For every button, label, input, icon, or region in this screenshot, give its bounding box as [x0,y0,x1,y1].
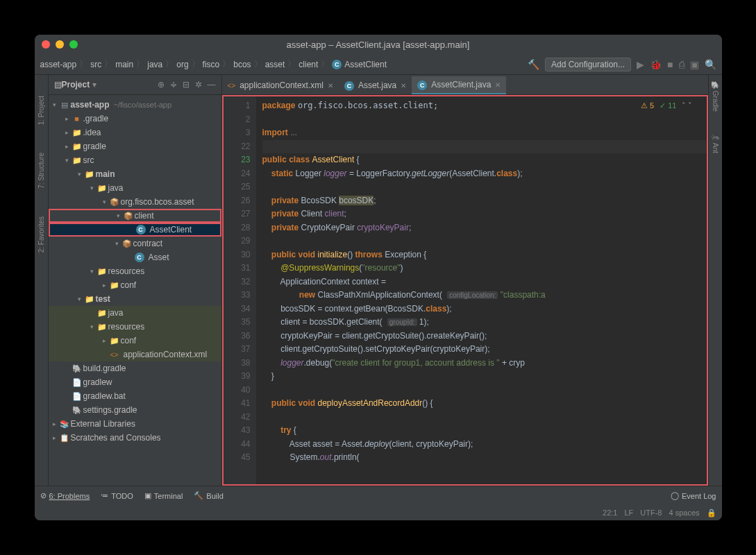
ide-window: asset-app – AssetClient.java [asset-app.… [35,35,722,520]
tree-item[interactable]: ▾📁test [49,292,221,306]
project-tree[interactable]: ▾▤asset-app~/fisco/asset-app ▸■.gradle ▸… [49,95,221,486]
tree-item[interactable]: ▾📁resources [49,264,221,278]
project-panel-header: ▤ Project ▾ ⊕ ≑ ⊟ ✲ — [49,75,221,95]
left-tool-strip: 1: Project 7: Structure 2: Favorites [35,75,49,486]
build-tab[interactable]: 🔨 Build [194,491,223,500]
line-sep[interactable]: LF [624,509,633,517]
stop-icon[interactable]: ■ [667,59,673,70]
caret-position[interactable]: 22:1 [603,509,617,517]
tree-item[interactable]: ▸📁gradle [49,139,221,153]
tree-item[interactable]: ▾📁resources [49,320,221,334]
close-tab-icon[interactable]: ✕ [328,82,333,89]
gradle-tab[interactable]: 🐘 Gradle [712,80,719,112]
tree-item[interactable]: ▸📚External Libraries [49,417,221,431]
crumb[interactable]: asset [265,60,285,69]
status-tool-tabs: ⊘ 6: Problems ≔ TODO ▣ Terminal 🔨 Build … [35,486,722,505]
class-icon [332,59,342,69]
tree-item[interactable]: 📁java [49,306,221,320]
crumb[interactable]: AssetClient [344,60,387,69]
git-icon[interactable]: ⎙ [679,59,684,70]
tree-item[interactable]: ▾📁java [49,181,221,195]
java-icon [344,80,354,91]
tree-item[interactable]: applicationContext.xml [49,348,221,361]
add-configuration-button[interactable]: Add Configuration... [545,58,631,71]
tree-item[interactable]: ▾📦contract [49,237,221,250]
navigation-bar: asset-app〉 src〉 main〉 java〉 org〉 fisco〉 … [35,54,722,75]
close-tab-icon[interactable]: ✕ [495,81,501,89]
tree-item[interactable]: 🐘build.gradle [49,361,221,375]
tree-item-client-pkg[interactable]: ▾📦client [49,209,221,223]
traffic-lights [42,40,78,49]
tree-item[interactable]: ▸📁conf [49,278,221,292]
status-info: 22:1 LF UTF-8 4 spaces 🔒 [35,505,722,520]
expand-icon[interactable]: ≑ [170,80,177,89]
editor-area: applicationContext.xml✕ Asset.java✕ Asse… [222,75,708,486]
project-view-icon: ▤ [54,80,62,89]
tree-item[interactable]: ▾📁src [49,153,221,167]
ant-tab[interactable]: 🐜 Ant [712,133,719,153]
indent[interactable]: 4 spaces [669,509,699,517]
favorites-tab[interactable]: 2: Favorites [37,216,45,253]
editor-tab-active[interactable]: AssetClient.java✕ [412,76,506,94]
right-tool-strip: 🐘 Gradle 🐜 Ant [708,75,722,486]
titlebar: asset-app – AssetClient.java [asset-app.… [35,35,722,54]
close-tab-icon[interactable]: ✕ [401,82,406,89]
crumb[interactable]: main [115,60,133,69]
todo-tab[interactable]: ≔ TODO [101,491,133,500]
main-area: 1: Project 7: Structure 2: Favorites ▤ P… [35,75,722,486]
tree-item[interactable]: ▾📦org.fisco.bcos.asset [49,195,221,209]
editor-tab[interactable]: applicationContext.xml✕ [222,76,339,94]
encoding[interactable]: UTF-8 [640,509,662,517]
code-editor[interactable]: 1232223242526272829303132333435363738394… [222,95,708,486]
tree-item[interactable]: ▸📁conf [49,334,221,348]
crumb[interactable]: bcos [233,60,251,69]
tree-item[interactable]: Asset [49,250,221,264]
tree-item[interactable]: ▸📁.idea [49,126,221,139]
status-bar: ⊘ 6: Problems ≔ TODO ▣ Terminal 🔨 Build … [35,486,722,520]
lock-icon[interactable]: 🔒 [707,509,716,518]
tree-item[interactable]: 📄gradlew [49,375,221,389]
search-icon[interactable]: 🔍 [705,59,716,70]
project-tool-window: ▤ Project ▾ ⊕ ≑ ⊟ ✲ — ▾▤asset-app~/fisco… [49,75,222,486]
debug-icon[interactable]: 🐞 [650,59,662,70]
java-icon [417,80,427,90]
problems-tab[interactable]: ⊘ 6: Problems [40,491,90,500]
event-log-tab[interactable]: ◯ Event Log [671,491,716,500]
code-content[interactable]: ⚠ 5✓ 11˄ ˅package package org.fisco.bcos… [257,96,707,484]
tree-item[interactable]: ▾📁main [49,167,221,181]
crumb[interactable]: asset-app [40,60,77,69]
tree-item-asset-client[interactable]: AssetClient [49,223,221,237]
locate-icon[interactable]: ⊕ [158,80,165,89]
crumb[interactable]: src [90,60,101,69]
crumb[interactable]: org [176,60,188,69]
project-tab[interactable]: 1: Project [37,96,45,125]
tree-item[interactable]: ▸📋Scratches and Consoles [49,431,221,445]
hide-icon[interactable]: — [208,80,216,89]
terminal-tab[interactable]: ▣ Terminal [144,491,183,500]
minimize-window-button[interactable] [56,40,64,49]
crumb[interactable]: fisco [203,60,220,69]
crumb[interactable]: java [147,60,162,69]
maximize-window-button[interactable] [69,40,78,49]
xml-icon [228,80,236,90]
editor-tabs: applicationContext.xml✕ Asset.java✕ Asse… [222,75,708,95]
tree-item[interactable]: 📄gradlew.bat [49,389,221,403]
inspection-widget[interactable]: ⚠ 5✓ 11˄ ˅ [641,99,693,113]
collapse-icon[interactable]: ⊟ [183,80,190,89]
tree-item[interactable]: 🐘settings.gradle [49,403,221,417]
breadcrumbs[interactable]: asset-app〉 src〉 main〉 java〉 org〉 fisco〉 … [40,58,528,70]
editor-tab[interactable]: Asset.java✕ [339,76,412,94]
run-icon[interactable]: ▶ [637,59,644,70]
close-window-button[interactable] [42,40,50,49]
line-gutter: 1232223242526272829303132333435363738394… [224,96,257,484]
tree-root[interactable]: ▾▤asset-app~/fisco/asset-app [49,98,221,112]
crumb[interactable]: client [299,60,318,69]
settings-icon[interactable]: ✲ [195,80,202,89]
tree-item[interactable]: ▸■.gradle [49,112,221,126]
build-icon[interactable]: 🔨 [528,59,539,70]
structure-tab[interactable]: 7: Structure [37,153,45,189]
screen-icon[interactable]: ▣ [690,59,699,70]
project-panel-title[interactable]: Project [62,80,90,89]
toolbar-right: 🔨 Add Configuration... ▶ 🐞 ■ ⎙ ▣ 🔍 [528,58,716,71]
window-title: asset-app – AssetClient.java [asset-app.… [287,40,470,50]
